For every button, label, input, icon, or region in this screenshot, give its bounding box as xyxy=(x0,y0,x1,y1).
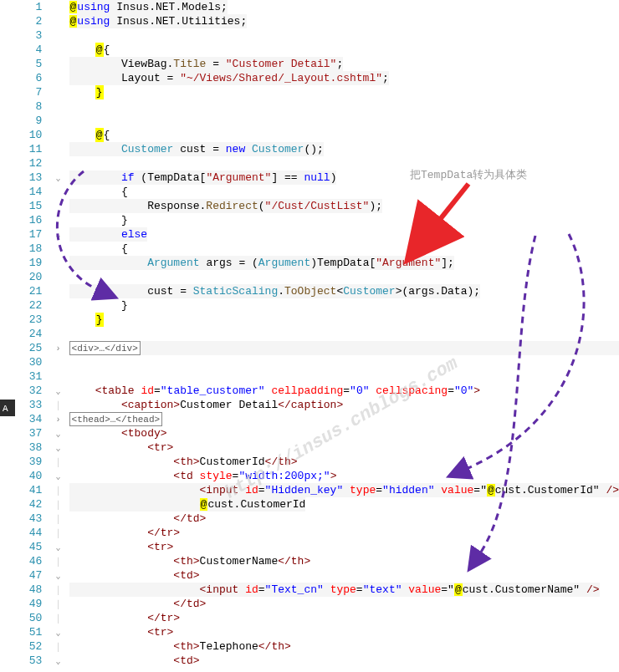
fold-marker xyxy=(47,142,69,156)
code-line[interactable]: Response.Redirect("/Cust/CustList"); xyxy=(69,199,619,213)
code-line[interactable]: </tr> xyxy=(69,611,619,625)
line-number: 33 xyxy=(13,398,42,412)
code-line[interactable]: <th>CustomerName</th> xyxy=(69,554,619,568)
line-number: 52 xyxy=(13,639,42,654)
fold-marker xyxy=(47,355,69,369)
fold-marker: │ xyxy=(47,639,69,654)
fold-marker xyxy=(47,270,69,284)
code-line[interactable]: <tbody> xyxy=(69,426,619,440)
code-line[interactable]: <tr> xyxy=(69,440,619,455)
fold-marker[interactable]: ⌄ xyxy=(47,654,69,668)
fold-marker xyxy=(47,213,69,227)
code-line[interactable] xyxy=(69,355,619,369)
code-line[interactable]: } xyxy=(69,213,619,227)
collapsed-region[interactable]: <thead>…</thead> xyxy=(69,412,163,426)
language-indicator[interactable]: A xyxy=(0,400,15,416)
line-number: 5 xyxy=(13,57,42,71)
fold-marker[interactable]: ⌄ xyxy=(47,384,69,398)
line-number: 41 xyxy=(13,483,42,497)
code-line[interactable]: Argument args = (Argument)TempData["Argu… xyxy=(69,256,619,270)
code-line[interactable]: } xyxy=(69,313,619,327)
code-line[interactable]: else xyxy=(69,227,619,242)
code-line[interactable]: cust = StaticScaling.ToObject<Customer>(… xyxy=(69,284,619,298)
svg-text:A: A xyxy=(3,404,8,414)
fold-marker[interactable]: ⌄ xyxy=(47,625,69,639)
code-line[interactable]: { xyxy=(69,242,619,256)
line-number: 53 xyxy=(13,654,42,668)
fold-marker[interactable]: ⌄ xyxy=(47,426,69,440)
fold-marker: │ xyxy=(47,398,69,412)
code-line[interactable]: <th>CustomerId</th> xyxy=(69,455,619,469)
code-line[interactable]: </tr> xyxy=(69,526,619,540)
code-line[interactable]: Layout = "~/Views/Shared/_Layout.cshtml"… xyxy=(69,71,619,85)
code-line[interactable]: <td> xyxy=(69,654,619,668)
line-number: 4 xyxy=(13,43,42,57)
code-line[interactable]: <caption>Customer Detail</caption> xyxy=(69,398,619,412)
fold-marker[interactable]: ⌄ xyxy=(47,540,69,554)
code-line[interactable]: <input id="Hidden_key" type="hidden" val… xyxy=(69,483,619,497)
code-line[interactable]: { xyxy=(69,185,619,199)
code-line[interactable]: @cust.CustomerId xyxy=(69,497,619,512)
code-line[interactable]: <thead>…</thead> xyxy=(69,412,619,426)
line-number: 2 xyxy=(13,14,42,28)
fold-marker: │ xyxy=(47,597,69,611)
fold-marker: │ xyxy=(47,554,69,568)
code-line[interactable]: @{ xyxy=(69,128,619,142)
code-line[interactable]: <input id="Text_cn" type="text" value="@… xyxy=(69,583,619,597)
code-line[interactable]: </td> xyxy=(69,512,619,526)
code-line[interactable]: @{ xyxy=(69,43,619,57)
code-line[interactable]: <tr> xyxy=(69,625,619,639)
fold-marker[interactable]: ⌄ xyxy=(47,568,69,583)
fold-marker[interactable]: ⌄ xyxy=(47,440,69,455)
line-number: 8 xyxy=(13,99,42,114)
fold-marker xyxy=(47,298,69,313)
code-line[interactable]: <td style="width:200px;"> xyxy=(69,469,619,483)
code-line[interactable]: <div>…</div> xyxy=(69,341,619,355)
code-line[interactable]: if (TempData["Argument"] == null) xyxy=(69,171,619,185)
fold-marker[interactable]: › xyxy=(47,341,69,355)
fold-gutter[interactable]: ⌄⌄›⌄│›⌄⌄│⌄││││⌄│⌄│││⌄│⌄ xyxy=(47,0,69,672)
code-line[interactable]: ViewBag.Title = "Customer Detail"; xyxy=(69,57,619,71)
code-line[interactable]: <td> xyxy=(69,568,619,583)
fold-marker: │ xyxy=(47,455,69,469)
fold-marker: │ xyxy=(47,483,69,497)
code-line[interactable]: </td> xyxy=(69,597,619,611)
line-number: 17 xyxy=(13,227,42,242)
code-line[interactable] xyxy=(69,327,619,341)
line-number: 51 xyxy=(13,625,42,639)
fold-marker[interactable]: › xyxy=(47,412,69,426)
code-line[interactable]: } xyxy=(69,298,619,313)
line-number: 16 xyxy=(13,213,42,227)
fold-marker: │ xyxy=(47,497,69,512)
code-line[interactable]: <table id="table_customer" cellpadding="… xyxy=(69,384,619,398)
editor-left-bar xyxy=(0,0,13,672)
collapsed-region[interactable]: <div>…</div> xyxy=(69,341,141,355)
code-line[interactable] xyxy=(69,28,619,43)
code-line[interactable]: } xyxy=(69,85,619,99)
line-number: 49 xyxy=(13,597,42,611)
line-number: 32 xyxy=(13,384,42,398)
code-line[interactable]: <th>Telephone</th> xyxy=(69,639,619,654)
line-number: 21 xyxy=(13,284,42,298)
code-line[interactable]: Customer cust = new Customer(); xyxy=(69,142,619,156)
fold-marker[interactable]: ⌄ xyxy=(47,171,69,185)
code-line[interactable]: @using Insus.NET.Utilities; xyxy=(69,14,619,28)
line-number: 43 xyxy=(13,512,42,526)
fold-marker[interactable]: ⌄ xyxy=(47,227,69,242)
code-line[interactable] xyxy=(69,99,619,114)
code-line[interactable] xyxy=(69,270,619,284)
code-line[interactable]: @using Insus.NET.Models; xyxy=(69,0,619,14)
code-line[interactable] xyxy=(69,369,619,384)
code-line[interactable] xyxy=(69,114,619,128)
line-number-gutter[interactable]: 1234567891011121314151617181920212223242… xyxy=(13,0,47,672)
code-line[interactable]: <tr> xyxy=(69,540,619,554)
annotation-text: 把TempData转为具体类 xyxy=(410,167,527,182)
fold-marker[interactable]: ⌄ xyxy=(47,469,69,483)
line-number: 50 xyxy=(13,611,42,625)
fold-marker xyxy=(47,71,69,85)
fold-marker: │ xyxy=(47,583,69,597)
line-number: 31 xyxy=(13,369,42,384)
fold-marker xyxy=(47,0,69,14)
code-line[interactable] xyxy=(69,156,619,171)
code-area[interactable]: @using Insus.NET.Models;@using Insus.NET… xyxy=(69,0,619,672)
